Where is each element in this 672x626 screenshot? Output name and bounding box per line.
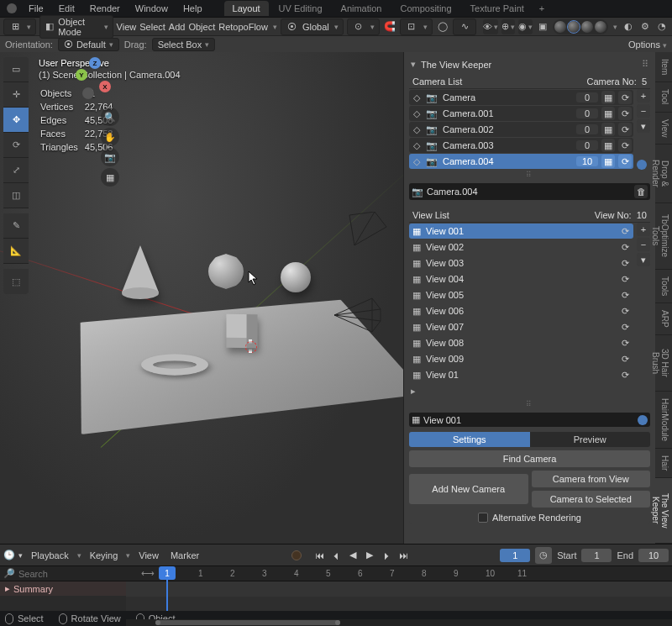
active-view-field[interactable]: ▦ View 001 bbox=[409, 413, 650, 427]
camera-row[interactable]: ◇ 📷 Camera.002 0 ▦ ⟳ bbox=[409, 122, 633, 137]
axis-neg-icon[interactable] bbox=[82, 87, 94, 99]
menu-add[interactable]: Add bbox=[169, 22, 186, 32]
drag-mode-field[interactable]: Select Box▾ bbox=[152, 38, 216, 51]
view-refresh-icon[interactable]: ⟳ bbox=[618, 320, 632, 334]
tool-select-box[interactable]: ▭ bbox=[3, 57, 29, 82]
icosphere-object[interactable] bbox=[208, 254, 244, 289]
camera-refresh-icon[interactable]: ⟳ bbox=[618, 107, 632, 120]
ntab-hairmodule[interactable]: HairModule bbox=[655, 392, 672, 449]
camera-row[interactable]: ◇ 📷 Camera.003 0 ▦ ⟳ bbox=[409, 138, 633, 153]
disclose-icon[interactable]: ▸ bbox=[5, 583, 10, 594]
remove-view-row-button[interactable]: − bbox=[637, 238, 650, 251]
camera-views-count[interactable]: 0 bbox=[576, 108, 598, 118]
axis-y-icon[interactable]: Y bbox=[76, 69, 87, 81]
menu-edit[interactable]: Edit bbox=[52, 2, 81, 15]
ntab-drop-render[interactable]: Drop & Render bbox=[655, 145, 672, 203]
pan-gizmo-icon[interactable]: ✋ bbox=[101, 128, 119, 146]
view-row[interactable]: ▦ View 01 ⟳ bbox=[409, 367, 633, 382]
active-camera-field[interactable]: 📷 Camera.004 🗑 bbox=[409, 183, 650, 200]
menu-retopoflow[interactable]: RetopoFlow bbox=[218, 22, 268, 32]
ntab-item[interactable]: Item bbox=[655, 52, 672, 82]
snap-selector[interactable]: ⊡▾ bbox=[400, 18, 433, 35]
ntab-view[interactable]: View bbox=[655, 113, 672, 145]
view-list-menu[interactable]: ▾ bbox=[637, 253, 650, 266]
tool-transform[interactable]: ◫ bbox=[3, 183, 29, 208]
view-refresh-icon[interactable]: ⟳ bbox=[618, 224, 632, 238]
camera-row[interactable]: ◇ 📷 Camera 0 ▦ ⟳ bbox=[409, 90, 633, 105]
tool-rotate[interactable]: ⟳ bbox=[3, 133, 29, 158]
keyframe-next-button[interactable]: ⏵ bbox=[379, 548, 394, 563]
workspace-tab-texturepaint[interactable]: Texture Paint bbox=[462, 1, 533, 16]
view-refresh-icon[interactable]: ⟳ bbox=[618, 288, 632, 302]
tool-measure[interactable]: 📐 bbox=[3, 239, 29, 264]
uvsphere-object[interactable] bbox=[281, 262, 311, 292]
view-row[interactable]: ▦ View 001 ⟳ bbox=[409, 224, 633, 239]
view-list-drag-handle[interactable]: ⠿ bbox=[409, 399, 650, 409]
overlay-toggle[interactable]: ◉▾ bbox=[518, 19, 533, 34]
proportional-selector[interactable]: ∿ bbox=[453, 18, 476, 35]
tool-move[interactable]: ✥ bbox=[3, 108, 29, 133]
camera-refresh-icon[interactable]: ⟳ bbox=[618, 155, 632, 168]
current-frame-field[interactable]: 1 bbox=[500, 549, 530, 562]
alt-rendering-row[interactable]: Alternative Rendering bbox=[409, 508, 650, 524]
view-row[interactable]: ▦ View 007 ⟳ bbox=[409, 319, 633, 334]
proportional-edit-toggle[interactable]: ◯ bbox=[436, 19, 449, 34]
find-camera-button[interactable]: Find Camera bbox=[409, 450, 650, 467]
shading-wireframe-icon[interactable] bbox=[554, 21, 566, 33]
search-expand-icon[interactable]: ⟷ bbox=[141, 568, 155, 579]
snap-toggle[interactable]: 🧲 bbox=[383, 19, 396, 34]
camera-views-count[interactable]: 0 bbox=[576, 124, 598, 134]
play-button[interactable]: ▶ bbox=[362, 548, 377, 563]
zoom-gizmo-icon[interactable]: 🔍 bbox=[101, 108, 119, 126]
dopesheet-graph[interactable]: 1 bbox=[126, 581, 672, 611]
torus-object[interactable] bbox=[141, 354, 208, 375]
shading-rendered-icon[interactable] bbox=[595, 21, 606, 33]
timeline-marker-menu[interactable]: Marker bbox=[167, 549, 202, 562]
camera-refresh-icon[interactable]: ⟳ bbox=[618, 91, 632, 104]
timeline-keying-menu[interactable]: Keying bbox=[87, 549, 122, 562]
extra-a-icon[interactable]: ◐ bbox=[621, 19, 634, 34]
view-refresh-icon[interactable]: ⟳ bbox=[618, 336, 632, 350]
timeline-playback-menu[interactable]: Playback bbox=[28, 549, 72, 562]
end-frame-field[interactable]: 10 bbox=[638, 549, 669, 562]
delete-camera-button[interactable]: 🗑 bbox=[634, 185, 648, 198]
extra-b-icon[interactable]: ⚙ bbox=[638, 19, 652, 34]
remove-camera-row-button[interactable]: − bbox=[637, 104, 650, 118]
xray-toggle[interactable]: ▣ bbox=[536, 19, 549, 34]
ntab-hair[interactable]: Hair bbox=[655, 449, 672, 478]
camera-to-selected-button[interactable]: Camera to Selected bbox=[532, 491, 651, 508]
camera-wire-1[interactable] bbox=[334, 294, 385, 336]
timeline-editor-selector[interactable]: 🕒▾ bbox=[3, 550, 23, 560]
editor-type-selector[interactable]: ⊞▾ bbox=[3, 18, 36, 35]
ntab-the-view-keeper[interactable]: The View Keeper bbox=[655, 478, 672, 544]
view-refresh-icon[interactable]: ⟳ bbox=[618, 272, 632, 286]
tool-add-cube[interactable]: ⬚ bbox=[3, 269, 29, 294]
pivot-selector[interactable]: ⊙▾ bbox=[347, 18, 380, 35]
view-refresh-icon[interactable]: ⟳ bbox=[618, 352, 632, 366]
view-row[interactable]: ▦ View 004 ⟳ bbox=[409, 271, 633, 287]
dopesheet-scrollbar[interactable] bbox=[126, 619, 672, 626]
camera-wire-2[interactable] bbox=[348, 212, 390, 250]
view-play[interactable]: ▸ bbox=[409, 383, 650, 399]
ntab-tool[interactable]: Tool bbox=[655, 82, 672, 112]
tool-cursor[interactable]: ✛ bbox=[3, 82, 29, 108]
blender-logo-icon[interactable] bbox=[7, 3, 17, 13]
view-row[interactable]: ▦ View 009 ⟳ bbox=[409, 351, 633, 366]
gizmo-toggle[interactable]: ⊕▾ bbox=[501, 19, 515, 34]
camera-grid-icon[interactable]: ▦ bbox=[601, 123, 615, 136]
shading-mode[interactable] bbox=[553, 19, 608, 34]
keyframe-prev-button[interactable]: ⏴ bbox=[328, 548, 344, 563]
jump-start-button[interactable]: ⏮ bbox=[312, 548, 327, 563]
camera-row[interactable]: ◇ 📷 Camera.004 10 ▦ ⟳ bbox=[409, 154, 633, 169]
autokey-toggle[interactable] bbox=[291, 550, 302, 560]
panel-header[interactable]: ▾ The View Keeper ⠿ bbox=[409, 57, 650, 75]
view-row[interactable]: ▦ View 002 ⟳ bbox=[409, 239, 633, 255]
add-camera-row-button[interactable]: + bbox=[637, 89, 650, 103]
summary-row[interactable]: ▸Summary bbox=[0, 581, 126, 596]
menu-file[interactable]: File bbox=[22, 2, 50, 15]
preview-range-toggle[interactable]: ◷ bbox=[535, 547, 552, 564]
view-refresh-icon[interactable]: ⟳ bbox=[618, 368, 632, 381]
ntab-arp[interactable]: ARP bbox=[655, 303, 672, 335]
camera-row[interactable]: ◇ 📷 Camera.001 0 ▦ ⟳ bbox=[409, 106, 633, 121]
frame-ruler[interactable]: 01234567891011 bbox=[158, 566, 669, 581]
